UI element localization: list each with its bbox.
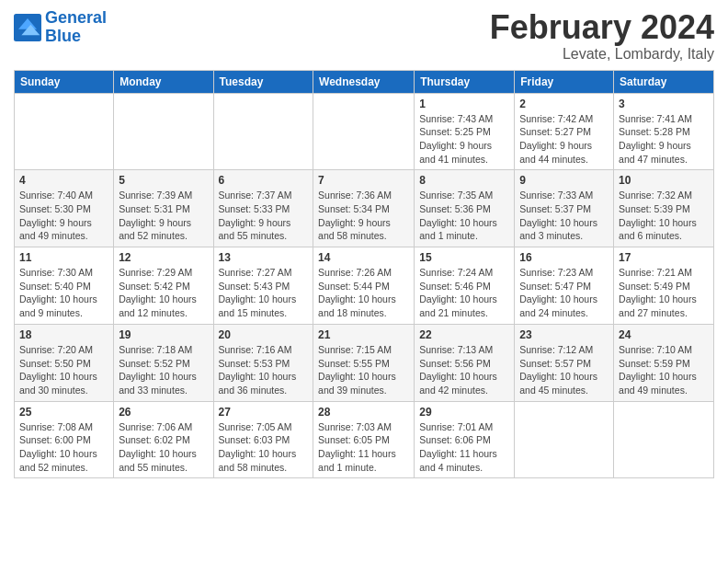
day-info: Sunrise: 7:12 AM Sunset: 5:57 PM Dayligh… [519, 343, 609, 397]
calendar-week-3: 11Sunrise: 7:30 AM Sunset: 5:40 PM Dayli… [15, 247, 714, 325]
day-info: Sunrise: 7:06 AM Sunset: 6:02 PM Dayligh… [119, 420, 208, 475]
calendar-cell: 22Sunrise: 7:13 AM Sunset: 5:56 PM Dayli… [415, 324, 515, 401]
day-header-sunday: Sunday [15, 70, 114, 93]
day-info: Sunrise: 7:20 AM Sunset: 5:50 PM Dayligh… [19, 343, 108, 397]
calendar-cell: 16Sunrise: 7:23 AM Sunset: 5:47 PM Dayli… [515, 247, 614, 325]
calendar-cell: 5Sunrise: 7:39 AM Sunset: 5:31 PM Daylig… [114, 170, 213, 247]
day-header-wednesday: Wednesday [313, 70, 415, 93]
calendar-cell [313, 93, 415, 170]
calendar-cell: 11Sunrise: 7:30 AM Sunset: 5:40 PM Dayli… [15, 247, 114, 325]
calendar-cell: 8Sunrise: 7:35 AM Sunset: 5:36 PM Daylig… [415, 170, 515, 247]
calendar-cell: 4Sunrise: 7:40 AM Sunset: 5:30 PM Daylig… [15, 170, 114, 247]
day-number: 26 [119, 406, 208, 419]
day-number: 2 [519, 98, 609, 110]
calendar-cell: 6Sunrise: 7:37 AM Sunset: 5:33 PM Daylig… [213, 170, 313, 247]
calendar-cell: 27Sunrise: 7:05 AM Sunset: 6:03 PM Dayli… [213, 401, 313, 478]
day-number: 22 [419, 328, 509, 341]
calendar-subtitle: Levate, Lombardy, Italy [490, 46, 714, 63]
day-number: 17 [619, 251, 709, 264]
day-number: 10 [619, 174, 709, 187]
calendar-cell: 7Sunrise: 7:36 AM Sunset: 5:34 PM Daylig… [313, 170, 415, 247]
day-number: 13 [219, 251, 309, 264]
day-number: 28 [318, 406, 409, 419]
calendar-cell: 24Sunrise: 7:10 AM Sunset: 5:59 PM Dayli… [614, 324, 714, 401]
logo-icon [14, 14, 41, 41]
day-number: 18 [19, 328, 108, 341]
day-info: Sunrise: 7:37 AM Sunset: 5:33 PM Dayligh… [219, 189, 309, 243]
day-info: Sunrise: 7:27 AM Sunset: 5:43 PM Dayligh… [219, 266, 309, 320]
day-info: Sunrise: 7:10 AM Sunset: 5:59 PM Dayligh… [619, 343, 709, 397]
calendar-cell: 17Sunrise: 7:21 AM Sunset: 5:49 PM Dayli… [614, 247, 714, 325]
day-number: 8 [419, 174, 509, 187]
day-number: 19 [119, 328, 208, 341]
calendar-cell: 2Sunrise: 7:42 AM Sunset: 5:27 PM Daylig… [515, 93, 614, 170]
calendar-week-5: 25Sunrise: 7:08 AM Sunset: 6:00 PM Dayli… [15, 401, 714, 478]
days-header-row: SundayMondayTuesdayWednesdayThursdayFrid… [15, 70, 714, 93]
day-info: Sunrise: 7:43 AM Sunset: 5:25 PM Dayligh… [419, 112, 509, 167]
day-number: 24 [619, 328, 709, 341]
day-info: Sunrise: 7:33 AM Sunset: 5:37 PM Dayligh… [519, 189, 609, 243]
calendar-cell: 3Sunrise: 7:41 AM Sunset: 5:28 PM Daylig… [614, 93, 714, 170]
day-info: Sunrise: 7:40 AM Sunset: 5:30 PM Dayligh… [19, 189, 108, 243]
day-header-monday: Monday [114, 70, 213, 93]
calendar-cell: 28Sunrise: 7:03 AM Sunset: 6:05 PM Dayli… [313, 401, 415, 478]
day-info: Sunrise: 7:41 AM Sunset: 5:28 PM Dayligh… [619, 112, 709, 167]
calendar-cell: 15Sunrise: 7:24 AM Sunset: 5:46 PM Dayli… [415, 247, 515, 325]
calendar-cell: 18Sunrise: 7:20 AM Sunset: 5:50 PM Dayli… [15, 324, 114, 401]
day-number: 5 [119, 174, 208, 187]
title-block: February 2024 Levate, Lombardy, Italy [490, 9, 714, 63]
calendar-cell: 14Sunrise: 7:26 AM Sunset: 5:44 PM Dayli… [313, 247, 415, 325]
day-number: 12 [119, 251, 208, 264]
day-number: 3 [619, 98, 709, 110]
calendar-cell: 12Sunrise: 7:29 AM Sunset: 5:42 PM Dayli… [114, 247, 213, 325]
day-number: 23 [519, 328, 609, 341]
day-number: 7 [318, 174, 409, 187]
calendar-cell: 19Sunrise: 7:18 AM Sunset: 5:52 PM Dayli… [114, 324, 213, 401]
day-info: Sunrise: 7:26 AM Sunset: 5:44 PM Dayligh… [318, 266, 409, 320]
day-info: Sunrise: 7:39 AM Sunset: 5:31 PM Dayligh… [119, 189, 208, 243]
calendar-cell [114, 93, 213, 170]
logo-text: General Blue [45, 9, 107, 46]
day-info: Sunrise: 7:36 AM Sunset: 5:34 PM Dayligh… [318, 189, 409, 243]
day-info: Sunrise: 7:29 AM Sunset: 5:42 PM Dayligh… [119, 266, 208, 320]
day-number: 16 [519, 251, 609, 264]
calendar-cell: 29Sunrise: 7:01 AM Sunset: 6:06 PM Dayli… [415, 401, 515, 478]
day-info: Sunrise: 7:35 AM Sunset: 5:36 PM Dayligh… [419, 189, 509, 243]
day-info: Sunrise: 7:30 AM Sunset: 5:40 PM Dayligh… [19, 266, 108, 320]
day-number: 21 [318, 328, 409, 341]
calendar-cell: 20Sunrise: 7:16 AM Sunset: 5:53 PM Dayli… [213, 324, 313, 401]
day-info: Sunrise: 7:18 AM Sunset: 5:52 PM Dayligh… [119, 343, 208, 397]
day-info: Sunrise: 7:13 AM Sunset: 5:56 PM Dayligh… [419, 343, 509, 397]
calendar-cell: 23Sunrise: 7:12 AM Sunset: 5:57 PM Dayli… [515, 324, 614, 401]
day-info: Sunrise: 7:03 AM Sunset: 6:05 PM Dayligh… [318, 420, 409, 475]
page-header: General Blue February 2024 Levate, Lomba… [14, 9, 714, 63]
day-number: 4 [19, 174, 108, 187]
calendar-cell [515, 401, 614, 478]
day-info: Sunrise: 7:08 AM Sunset: 6:00 PM Dayligh… [19, 420, 108, 475]
day-number: 6 [219, 174, 309, 187]
calendar-cell: 9Sunrise: 7:33 AM Sunset: 5:37 PM Daylig… [515, 170, 614, 247]
day-number: 11 [19, 251, 108, 264]
day-info: Sunrise: 7:42 AM Sunset: 5:27 PM Dayligh… [519, 112, 609, 167]
day-info: Sunrise: 7:24 AM Sunset: 5:46 PM Dayligh… [419, 266, 509, 320]
calendar-cell: 13Sunrise: 7:27 AM Sunset: 5:43 PM Dayli… [213, 247, 313, 325]
calendar-cell [213, 93, 313, 170]
day-header-saturday: Saturday [614, 70, 714, 93]
logo: General Blue [14, 9, 107, 46]
calendar-cell [15, 93, 114, 170]
day-info: Sunrise: 7:15 AM Sunset: 5:55 PM Dayligh… [318, 343, 409, 397]
calendar-cell: 21Sunrise: 7:15 AM Sunset: 5:55 PM Dayli… [313, 324, 415, 401]
day-header-thursday: Thursday [415, 70, 515, 93]
day-header-tuesday: Tuesday [213, 70, 313, 93]
day-info: Sunrise: 7:01 AM Sunset: 6:06 PM Dayligh… [419, 420, 509, 475]
calendar-table: SundayMondayTuesdayWednesdayThursdayFrid… [14, 70, 714, 479]
calendar-week-4: 18Sunrise: 7:20 AM Sunset: 5:50 PM Dayli… [15, 324, 714, 401]
calendar-cell: 10Sunrise: 7:32 AM Sunset: 5:39 PM Dayli… [614, 170, 714, 247]
day-number: 25 [19, 406, 108, 419]
calendar-week-2: 4Sunrise: 7:40 AM Sunset: 5:30 PM Daylig… [15, 170, 714, 247]
day-info: Sunrise: 7:21 AM Sunset: 5:49 PM Dayligh… [619, 266, 709, 320]
day-number: 20 [219, 328, 309, 341]
day-info: Sunrise: 7:05 AM Sunset: 6:03 PM Dayligh… [219, 420, 309, 475]
calendar-cell: 25Sunrise: 7:08 AM Sunset: 6:00 PM Dayli… [15, 401, 114, 478]
day-number: 29 [419, 406, 509, 419]
